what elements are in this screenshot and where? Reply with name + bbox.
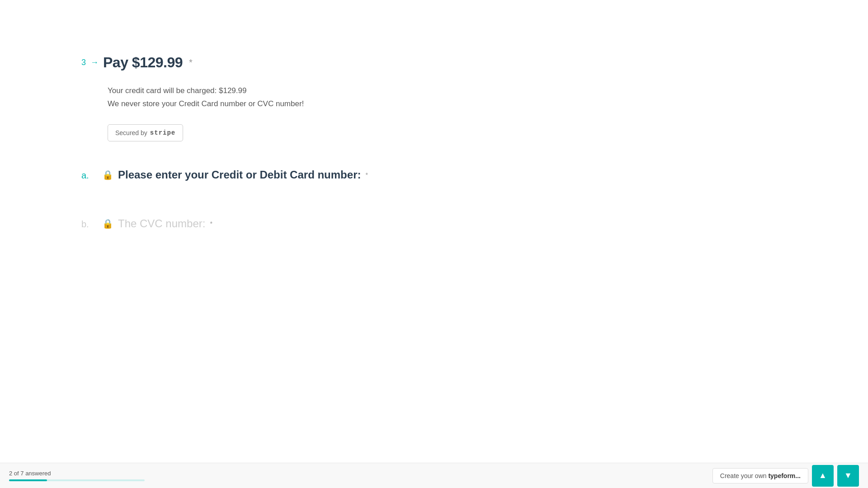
- bottom-bar: 2 of 7 answered Create your own typeform…: [0, 463, 868, 488]
- create-typeform-button[interactable]: Create your own typeform...: [712, 468, 808, 483]
- step-arrow: →: [90, 58, 99, 67]
- nav-up-icon: ▲: [819, 471, 827, 480]
- create-typeform-bold: typeform...: [768, 472, 801, 479]
- progress-section: 2 of 7 answered: [9, 470, 145, 481]
- question-b-text: The CVC number:: [118, 217, 205, 230]
- step-required-marker: *: [189, 57, 193, 68]
- stripe-badge[interactable]: Secured by stripe: [108, 124, 183, 141]
- question-a-content: 🔒 Please enter your Credit or Debit Card…: [102, 169, 368, 181]
- lock-icon-a: 🔒: [102, 169, 113, 180]
- step-header: 3 → Pay $129.99 *: [81, 54, 407, 71]
- question-b-required: *: [210, 220, 212, 227]
- question-b-letter: b.: [81, 217, 95, 230]
- lock-icon-b: 🔒: [102, 218, 113, 229]
- nav-down-icon: ▼: [844, 471, 852, 480]
- create-typeform-text: Create your own: [720, 472, 769, 479]
- question-a-text: Please enter your Credit or Debit Card n…: [118, 169, 361, 181]
- progress-label: 2 of 7 answered: [9, 470, 145, 477]
- step-description: Your credit card will be charged: $129.9…: [108, 84, 407, 111]
- question-a-required: *: [365, 171, 368, 178]
- nav-down-button[interactable]: ▼: [837, 465, 859, 487]
- question-a-letter: a.: [81, 169, 95, 181]
- question-b: b. 🔒 The CVC number: *: [81, 217, 407, 230]
- description-line2: We never store your Credit Card number o…: [108, 98, 407, 111]
- question-b-content: 🔒 The CVC number: *: [102, 217, 212, 230]
- description-line1: Your credit card will be charged: $129.9…: [108, 84, 407, 98]
- step-number: 3: [81, 58, 86, 67]
- progress-bar-container: [9, 479, 145, 481]
- stripe-badge-text-bold: stripe: [150, 129, 175, 136]
- nav-up-button[interactable]: ▲: [812, 465, 834, 487]
- step-title: Pay $129.99: [103, 54, 183, 71]
- question-a: a. 🔒 Please enter your Credit or Debit C…: [81, 169, 407, 181]
- progress-bar-fill: [9, 479, 47, 481]
- bottom-right: Create your own typeform... ▲ ▼: [712, 465, 859, 487]
- stripe-badge-text-normal: Secured by: [115, 129, 147, 136]
